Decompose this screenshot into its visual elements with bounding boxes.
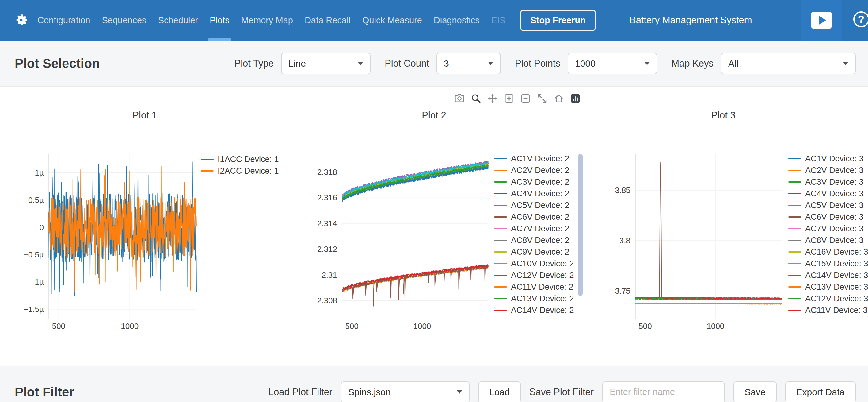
legend-swatch bbox=[494, 240, 507, 241]
legend-item[interactable]: AC16V Device: 3 bbox=[788, 246, 868, 258]
legend-swatch bbox=[494, 263, 507, 264]
filter-name-input[interactable] bbox=[602, 381, 725, 402]
legend-item[interactable]: AC1V Device: 2 bbox=[494, 153, 574, 165]
load-button[interactable]: Load bbox=[478, 381, 521, 402]
play-button[interactable] bbox=[801, 0, 842, 40]
play-icon bbox=[811, 12, 832, 29]
plot2-title: Plot 2 bbox=[289, 110, 579, 121]
svg-text:3.85: 3.85 bbox=[615, 186, 630, 195]
legend-label: AC7V Device: 3 bbox=[805, 224, 864, 233]
help-icon[interactable]: ? bbox=[853, 11, 868, 27]
legend-item[interactable]: AC3V Device: 2 bbox=[494, 176, 574, 188]
legend-swatch bbox=[788, 310, 801, 311]
nav-item-quick-measure[interactable]: Quick Measure bbox=[362, 0, 422, 40]
legend-item[interactable]: AC10V Device: 2 bbox=[494, 258, 574, 269]
stop-freerun-button[interactable]: Stop Freerun bbox=[520, 10, 595, 31]
legend-item[interactable]: AC14V Device: 2 bbox=[494, 305, 574, 316]
legend-label: AC9V Device: 2 bbox=[511, 247, 569, 257]
legend-swatch bbox=[494, 251, 507, 253]
gear-icon[interactable] bbox=[13, 12, 29, 28]
legend-label: AC3V Device: 2 bbox=[511, 177, 569, 187]
legend-swatch bbox=[494, 181, 507, 182]
plot1-title: Plot 1 bbox=[0, 110, 289, 121]
svg-text:2.312: 2.312 bbox=[317, 245, 337, 254]
legend-label: AC3V Device: 3 bbox=[805, 177, 864, 187]
legend-item[interactable]: AC1V Device: 3 bbox=[788, 153, 868, 165]
plot-count-select[interactable]: 3 bbox=[436, 53, 501, 74]
legend-item[interactable]: AC13V Device: 2 bbox=[494, 293, 574, 305]
svg-text:2.318: 2.318 bbox=[317, 168, 337, 177]
legend-swatch bbox=[788, 228, 801, 229]
legend-item[interactable]: AC9V Device: 2 bbox=[494, 246, 574, 258]
legend-item[interactable]: AC5V Device: 2 bbox=[494, 199, 574, 211]
nav-item-sequences[interactable]: Sequences bbox=[102, 0, 147, 40]
plot2-canvas[interactable]: 2.3182.3162.3142.3122.312.3085001000 bbox=[307, 144, 493, 338]
map-keys-select[interactable]: All bbox=[721, 53, 856, 74]
plot-type-select[interactable]: Line bbox=[281, 53, 371, 74]
legend-swatch bbox=[788, 275, 801, 276]
camera-icon[interactable] bbox=[454, 93, 465, 104]
legend-item[interactable]: AC4V Device: 2 bbox=[494, 188, 574, 199]
nav-item-memory-map[interactable]: Memory Map bbox=[241, 0, 293, 40]
legend-item[interactable]: AC5V Device: 3 bbox=[788, 199, 868, 211]
legend-swatch bbox=[788, 205, 801, 206]
legend-item[interactable]: AC7V Device: 2 bbox=[494, 223, 574, 234]
legend-item[interactable]: AC13V Device: 3 bbox=[788, 281, 868, 293]
legend-item[interactable]: AC4V Device: 3 bbox=[788, 188, 868, 199]
map-keys-control: Map KeysAll bbox=[671, 53, 856, 74]
legend-item[interactable]: AC14V Device: 3 bbox=[788, 269, 868, 281]
legend-swatch bbox=[788, 263, 801, 264]
nav-item-diagnostics[interactable]: Diagnostics bbox=[434, 0, 480, 40]
zoom-out-icon[interactable] bbox=[521, 93, 531, 104]
legend-item[interactable]: AC7V Device: 3 bbox=[788, 223, 868, 234]
autoscale-icon[interactable] bbox=[537, 93, 548, 104]
load-filter-select[interactable]: Spins.json bbox=[341, 381, 470, 402]
nav-item-scheduler[interactable]: Scheduler bbox=[158, 0, 198, 40]
plot-type-value: Line bbox=[288, 58, 306, 69]
legend-item[interactable]: AC15V Device: 3 bbox=[788, 258, 868, 269]
plot-selection-bar: Plot Selection Plot TypeLinePlot Count3P… bbox=[0, 40, 868, 87]
legend-label: AC4V Device: 3 bbox=[805, 189, 864, 199]
legend-item[interactable]: AC2V Device: 3 bbox=[788, 165, 868, 176]
plot-filter-controls: Load Plot Filter Spins.json Load Save Pl… bbox=[269, 381, 856, 402]
legend-item[interactable]: AC3V Device: 3 bbox=[788, 176, 868, 188]
legend-swatch bbox=[201, 159, 214, 160]
plot-points-select[interactable]: 1000 bbox=[568, 53, 657, 74]
plotly-logo-icon[interactable] bbox=[570, 93, 581, 104]
pan-icon[interactable] bbox=[487, 93, 498, 104]
legend-item[interactable]: AC6V Device: 2 bbox=[494, 211, 574, 223]
legend-item[interactable]: AC8V Device: 2 bbox=[494, 234, 574, 246]
legend-label: AC11V Device: 3 bbox=[805, 306, 868, 315]
legend-item[interactable]: AC11V Device: 2 bbox=[494, 281, 574, 293]
plot3-canvas[interactable]: 3.853.83.755001000 bbox=[601, 144, 786, 338]
legend-item[interactable]: AC12V Device: 3 bbox=[788, 293, 868, 305]
nav-item-plots[interactable]: Plots bbox=[210, 0, 229, 40]
save-filter-label: Save Plot Filter bbox=[529, 387, 594, 398]
save-button[interactable]: Save bbox=[734, 381, 776, 402]
legend-swatch bbox=[788, 286, 801, 288]
svg-text:−1.5µ: −1.5µ bbox=[24, 305, 44, 314]
nav-item-eis[interactable]: EIS bbox=[491, 0, 506, 40]
zoom-in-icon[interactable] bbox=[504, 93, 514, 104]
legend-item[interactable]: AC11V Device: 3 bbox=[788, 305, 868, 316]
legend-scrollbar[interactable] bbox=[578, 154, 583, 296]
home-icon[interactable] bbox=[554, 93, 564, 104]
legend-label: AC5V Device: 2 bbox=[511, 201, 569, 210]
export-data-button[interactable]: Export Data bbox=[785, 381, 856, 402]
legend-item[interactable]: I1ACC Device: 1 bbox=[201, 153, 279, 165]
nav-item-data-recall[interactable]: Data Recall bbox=[305, 0, 351, 40]
legend-swatch bbox=[788, 240, 801, 241]
top-nav: ConfigurationSequencesSchedulerPlotsMemo… bbox=[0, 0, 868, 40]
legend-item[interactable]: AC12V Device: 2 bbox=[494, 269, 574, 281]
plot-filter-bar: Plot Filter Load Plot Filter Spins.json … bbox=[0, 366, 868, 402]
plot1-canvas[interactable]: 1µ0.5µ0−0.5µ−1µ−1.5µ5001000 bbox=[19, 144, 202, 338]
nav-item-configuration[interactable]: Configuration bbox=[37, 0, 90, 40]
legend-label: AC15V Device: 3 bbox=[805, 259, 868, 268]
legend-item[interactable]: AC2V Device: 2 bbox=[494, 165, 574, 176]
legend-swatch bbox=[788, 193, 801, 194]
zoom-icon[interactable] bbox=[471, 93, 481, 104]
legend-item[interactable]: AC8V Device: 3 bbox=[788, 234, 868, 246]
legend-item[interactable]: I2ACC Device: 1 bbox=[201, 165, 279, 177]
svg-text:1000: 1000 bbox=[413, 322, 431, 331]
legend-item[interactable]: AC6V Device: 3 bbox=[788, 211, 868, 223]
